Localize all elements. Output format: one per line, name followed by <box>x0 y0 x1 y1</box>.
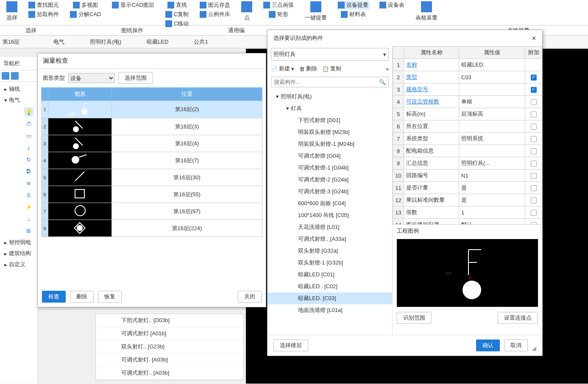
tree-item[interactable]: 可调式射燈.. [A33a] <box>268 233 392 245</box>
find-element[interactable]: 查找图元 <box>27 1 60 9</box>
restore-button[interactable]: 恢复 <box>98 291 122 303</box>
shape-type-select[interactable]: 设备 <box>68 73 115 83</box>
checkbox[interactable] <box>531 136 537 142</box>
checkbox[interactable] <box>531 124 537 130</box>
more-icon[interactable]: » <box>386 66 389 72</box>
rotate-icon[interactable]: ↻ <box>24 155 33 164</box>
prop-value[interactable] <box>459 83 525 96</box>
close-button[interactable]: 关闭 <box>238 291 262 303</box>
checkbox[interactable] <box>531 161 537 167</box>
c-copy[interactable]: C复制 <box>164 10 190 19</box>
floor-select[interactable]: 第16层 <box>3 38 20 46</box>
prop-value[interactable]: 层顶标高 <box>459 108 525 120</box>
property-row[interactable]: 4 可连立管根数 单根 <box>393 96 542 108</box>
delete-button[interactable]: 删除 <box>70 291 94 303</box>
nav-axis[interactable]: ▸ 轴线 <box>0 83 38 95</box>
tree-item[interactable]: 双头射燈 [G32a] <box>268 245 392 257</box>
table-row[interactable]: 6 第16层(55) <box>42 186 262 203</box>
checkbox[interactable] <box>531 99 537 105</box>
resize-grip-icon[interactable]: ◢ <box>532 345 536 351</box>
socket-icon[interactable]: ⮊ <box>24 167 33 176</box>
checkbox[interactable] <box>531 210 537 216</box>
search-icon[interactable]: 🔍 <box>379 79 386 85</box>
prop-value[interactable]: 1 <box>459 206 525 219</box>
property-row[interactable]: 12 乘以标准间数量 是 <box>393 194 542 206</box>
tree-root[interactable]: ▾ 照明灯具(电) <box>268 91 392 103</box>
s-icon[interactable]: S <box>24 190 33 200</box>
table-qty[interactable]: 表格算量 <box>414 1 439 22</box>
three-point-arc[interactable]: 三点画弧 <box>262 1 295 9</box>
search-box[interactable]: 🔍 <box>271 77 389 87</box>
prop-value[interactable]: 暗藏LED. <box>459 59 525 71</box>
prop-value[interactable]: C03 <box>459 71 525 83</box>
property-row[interactable]: 2 类型 C03 <box>393 71 542 83</box>
prop-value[interactable]: 是 <box>459 194 525 206</box>
checkbox[interactable] <box>531 148 537 154</box>
property-row[interactable]: 1 名称 暗藏LED. <box>393 59 542 71</box>
check-button[interactable]: 检查 <box>42 291 66 303</box>
property-row[interactable]: 11 是否计量 是 <box>393 182 542 194</box>
prop-value[interactable]: N1 <box>459 170 525 182</box>
cloud-lib[interactable]: 云构件库 <box>198 10 231 19</box>
search-input[interactable] <box>274 79 379 85</box>
checkbox[interactable] <box>531 185 537 191</box>
tree-item[interactable]: 明装双头射燈-1 [M24b] <box>268 138 392 150</box>
property-row[interactable]: 3 规格型号 <box>393 83 542 96</box>
tree-item[interactable]: 可调式射燈-3 [G24b] <box>268 186 392 198</box>
property-row[interactable]: 5 标高(m) 层顶标高 <box>393 108 542 120</box>
category-elec[interactable]: 电气 <box>53 38 64 46</box>
tree-item[interactable]: 暗藏LED [C01] <box>268 269 392 281</box>
grid-icon[interactable]: ⊞ <box>24 226 33 235</box>
list-item[interactable]: 可调式射灯 [A01b] <box>96 327 243 340</box>
rectangle-tool[interactable]: 矩形 <box>268 10 290 19</box>
prop-value[interactable]: 照明灯具(... <box>459 157 525 170</box>
tree-item[interactable]: 地面洗墙燈 [L01a] <box>268 304 392 316</box>
tree-item[interactable]: 双头射燈-1 [G32b] <box>268 257 392 269</box>
delete-button[interactable]: 🗑 删除 <box>299 65 317 72</box>
nav-building[interactable]: ▸ 建筑结构 <box>0 248 38 259</box>
property-row[interactable]: 9 汇总信息 照明灯具(... <box>393 157 542 170</box>
bolt-icon[interactable]: ⚡ <box>24 202 33 211</box>
wire-icon[interactable]: ⟂ <box>24 214 33 223</box>
tree-item[interactable]: 天花洗墙燈 [L01] <box>268 221 392 233</box>
cancel-button[interactable]: 取消 <box>504 339 528 351</box>
box-icon[interactable]: ▭ <box>24 131 33 140</box>
table-row[interactable]: 4 第16层(7) <box>42 152 262 169</box>
tree-item[interactable]: 可调式射燈-1 [G04b] <box>268 162 392 174</box>
device-table[interactable]: 设备表 <box>378 1 406 9</box>
property-row[interactable]: 7 系统类型 照明系统 <box>393 133 542 145</box>
close-icon[interactable]: ✕ <box>532 35 536 42</box>
table-row[interactable]: 5 第16层(30) <box>42 169 262 186</box>
select-tool[interactable]: 选择 <box>5 1 19 22</box>
checkbox[interactable] <box>531 111 537 117</box>
prop-value[interactable] <box>459 145 525 157</box>
tree-item[interactable]: 明装双头射燈 [M23b] <box>268 126 392 138</box>
checkbox[interactable] <box>531 87 537 93</box>
category-lighting[interactable]: 照明灯具(电) <box>90 38 121 46</box>
prop-value[interactable]: 照明系统 <box>459 133 525 145</box>
table-row[interactable]: 2 第16层(3) <box>42 118 262 135</box>
show-cad-layer[interactable]: 显示CAD图层 <box>111 1 155 9</box>
tree-item[interactable]: 下照式射燈 [D01] <box>268 114 392 126</box>
list-item[interactable]: 可调式射灯.. [A03b] <box>96 367 243 380</box>
table-row[interactable]: 3 第16层(4) <box>42 135 262 152</box>
component-type-select[interactable]: 照明灯具▾ <box>271 48 389 61</box>
nav-custom[interactable]: ▸ 自定义 <box>0 259 38 270</box>
nav-smart-weak[interactable]: ▸ 智控弱电 <box>0 237 38 248</box>
table-row[interactable]: 8 第16层(224) <box>42 220 262 237</box>
tree-item[interactable]: 100*1400 吊线 [C05] <box>268 209 392 221</box>
one-key-qty[interactable]: 一键提量 <box>304 1 328 22</box>
copy-button[interactable]: 📋 复制 <box>322 65 341 72</box>
bulb-icon[interactable]: 💡 <box>24 107 33 117</box>
c-move[interactable]: C移动 <box>164 19 190 28</box>
property-row[interactable]: 14 图元楼层归属 默认 <box>393 219 542 225</box>
property-row[interactable]: 6 所在位置 <box>393 120 542 133</box>
material-table[interactable]: 材料表 <box>340 10 367 19</box>
prop-value[interactable]: 是 <box>459 182 525 194</box>
select-floor-button[interactable]: 选择楼层 <box>273 339 308 351</box>
new-button[interactable]: 📄 新建 ▾ <box>271 65 294 72</box>
add-icon[interactable] <box>2 72 9 80</box>
point-tool[interactable]: 点 <box>240 1 254 22</box>
tree-item[interactable]: 可调式射燈 [G04] <box>268 150 392 162</box>
table-row[interactable]: 1 ab 第16层(2) <box>42 101 262 118</box>
